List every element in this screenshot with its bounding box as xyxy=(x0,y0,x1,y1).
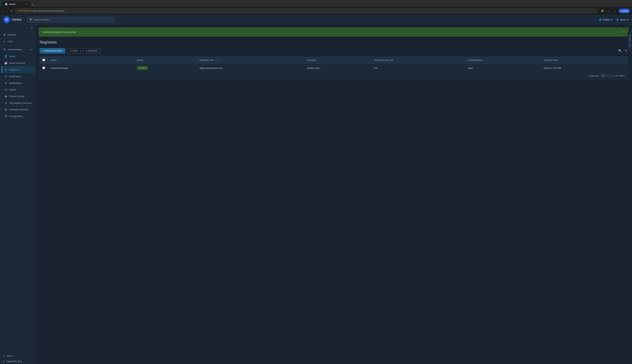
page-size-wrapper: 15 25 50 xyxy=(601,74,609,78)
refresh-button[interactable]: ↻ xyxy=(624,48,628,53)
status-badge: Healthy xyxy=(137,66,148,70)
registries-icon: ◈ xyxy=(4,68,8,71)
registries-table: Name Status Endpoint URL ▼ Provider Veri xyxy=(40,56,627,72)
sidebar-item-users[interactable]: 👤 Users xyxy=(2,53,35,60)
page-size-select[interactable]: 15 25 50 xyxy=(601,74,609,78)
update-button[interactable]: Update xyxy=(619,9,630,13)
light-mode-icon: ☀ xyxy=(3,355,5,357)
table-header: Name Status Endpoint URL ▼ Provider Veri xyxy=(40,56,627,64)
cell-name: Dockerhub-Repo xyxy=(48,64,134,72)
cell-endpoint-url: https://hub.docker.com xyxy=(197,64,304,72)
sidebar-item-interrogation-services[interactable]: ◎ Interrogation Services xyxy=(2,100,35,106)
address-bar[interactable]: ⚠ Not Secure harbor.vbc.demo/harbor/regi… xyxy=(15,8,598,14)
sidebar-collapse-button[interactable]: « xyxy=(31,27,33,30)
sidebar-label-users: Users xyxy=(9,55,15,58)
sidebar-item-harbor-api[interactable]: ⚙ Harbor API V2.0 xyxy=(0,359,35,364)
search-icon: 🔍 xyxy=(30,18,33,21)
logs-icon: ≡ xyxy=(3,40,6,43)
language-label: English xyxy=(603,18,610,21)
logo-icon: H xyxy=(4,16,10,23)
main-layout: « ⊞ Projects ≡ Logs ⚙ Administration ▾ 👤 xyxy=(0,25,632,364)
labels-icon: 🏷 xyxy=(4,88,8,91)
sidebar-item-configuration[interactable]: ⚙ Configuration xyxy=(2,113,35,120)
user-chevron-icon: ▾ xyxy=(627,18,628,21)
cell-authentication: basic xyxy=(465,64,541,72)
sidebar-label-projects: Projects xyxy=(8,34,16,36)
toolbar-left: + NEW ENDPOINT ✎ EDIT ✕ DELETE xyxy=(40,48,100,54)
page-content: Registries + NEW ENDPOINT ✎ EDIT ✕ DELET… xyxy=(35,36,632,83)
harbor-api-icon: ⚙ xyxy=(3,360,5,362)
tab-label: Harbor xyxy=(9,3,16,6)
cell-verify-cert: true xyxy=(371,64,465,72)
sidebar-label-project-quotas: Project Quotas xyxy=(9,95,24,98)
col-header-provider: Provider xyxy=(304,56,371,64)
distributions-icon: ◎ xyxy=(4,82,8,84)
content-area: EVENT LOG Updated endpoint successfully.… xyxy=(35,25,632,364)
tab-favicon: H xyxy=(5,3,8,6)
user-menu[interactable]: 👤 admin ▾ xyxy=(616,18,628,21)
lang-chevron-icon: ▾ xyxy=(611,18,612,21)
sidebar-item-logs[interactable]: ≡ Logs xyxy=(0,38,35,44)
search-bar[interactable]: 🔍 Search Harbor... xyxy=(27,17,115,22)
sidebar-submenu-admin: 👤 Users 🤖 Robot Accounts ◈ Registries ⇄ … xyxy=(0,53,35,120)
new-endpoint-button[interactable]: + NEW ENDPOINT xyxy=(40,48,65,54)
new-tab-button[interactable]: + xyxy=(30,3,35,7)
project-quotas-icon: ◉ xyxy=(4,94,8,98)
sidebar-item-replications[interactable]: ⇄ Replications xyxy=(2,73,35,80)
forward-button[interactable]: › xyxy=(6,9,8,13)
table-row: Dockerhub-Repo Healthy https://hub.docke… xyxy=(40,64,627,72)
extensions-button[interactable]: 🧩 xyxy=(599,9,605,13)
banner-message: Updated endpoint successfully. xyxy=(43,31,77,34)
light-mode-label: LIGHT xyxy=(7,355,13,357)
toolbar: + NEW ENDPOINT ✎ EDIT ✕ DELETE 🔍 ↻ xyxy=(40,48,628,54)
header-checkbox-col xyxy=(40,56,48,64)
globe-icon: 🌐 xyxy=(599,18,602,21)
sidebar-item-light-mode[interactable]: ☀ LIGHT xyxy=(0,354,35,359)
user-icon: 👤 xyxy=(616,18,619,21)
event-log-tab[interactable]: EVENT LOG xyxy=(627,32,632,50)
menu-button[interactable]: ⋮ xyxy=(612,9,618,13)
not-secure-label: ⚠ Not Secure xyxy=(18,10,30,12)
reload-button[interactable]: ↻ xyxy=(10,8,14,13)
banner-close-button[interactable]: × xyxy=(623,30,625,34)
sidebar-item-robot-accounts[interactable]: 🤖 Robot Accounts xyxy=(2,60,35,66)
sidebar-label-labels: Labels xyxy=(9,88,16,91)
tab-close-button[interactable]: ✕ xyxy=(26,3,28,6)
pagination: Page size 15 25 50 1 - 1 of 1 items xyxy=(40,72,627,80)
sidebar-collapse: « xyxy=(0,25,35,31)
endpoint-url-filter-icon[interactable]: ▼ xyxy=(215,59,217,61)
harbor-api-label: Harbor API V2.0 xyxy=(7,360,22,362)
select-all-checkbox[interactable] xyxy=(43,59,45,61)
replications-icon: ⇄ xyxy=(4,75,8,78)
active-tab[interactable]: H Harbor ✕ xyxy=(2,2,30,7)
nav-right: 🌐 English ▾ 👤 admin ▾ xyxy=(599,18,628,21)
page-info: 1 - 1 of 1 items xyxy=(611,74,625,77)
bookmark-button[interactable]: ☆ xyxy=(606,9,611,13)
edit-button[interactable]: ✎ EDIT xyxy=(67,48,81,54)
language-selector[interactable]: 🌐 English ▾ xyxy=(599,18,612,21)
configuration-icon: ⚙ xyxy=(4,114,8,118)
sidebar-item-project-quotas[interactable]: ◉ Project Quotas xyxy=(2,93,35,100)
delete-button[interactable]: ✕ DELETE xyxy=(83,48,100,54)
toolbar-right: 🔍 ↻ xyxy=(618,48,628,53)
sidebar-item-labels[interactable]: 🏷 Labels xyxy=(2,86,35,93)
back-button[interactable]: ‹ xyxy=(2,9,5,13)
search-button[interactable]: 🔍 xyxy=(618,48,623,53)
sidebar-label-garbage-collection: Garbage Collection xyxy=(9,108,29,111)
col-header-creation-time: Creation Time xyxy=(541,56,627,64)
success-banner: Updated endpoint successfully. × xyxy=(39,28,628,36)
sidebar-item-registries[interactable]: ◈ Registries xyxy=(2,66,35,73)
sidebar-item-distributions[interactable]: ◎ Distributions xyxy=(2,80,35,86)
sidebar-item-projects[interactable]: ⊞ Projects xyxy=(0,31,35,38)
admin-chevron-icon: ▾ xyxy=(31,48,32,51)
registries-table-container: Name Status Endpoint URL ▼ Provider Veri xyxy=(40,56,628,80)
top-nav: H Harbor 🔍 Search Harbor... 🌐 English ▾ … xyxy=(0,15,632,25)
header-row: Name Status Endpoint URL ▼ Provider Veri xyxy=(40,56,627,64)
sidebar-label-logs: Logs xyxy=(8,40,13,43)
cell-provider: Docker Hub xyxy=(304,64,371,72)
row-checkbox[interactable] xyxy=(43,66,45,69)
sidebar-bottom: ☀ LIGHT ⚙ Harbor API V2.0 xyxy=(0,351,35,364)
sidebar-item-administration[interactable]: ⚙ Administration ▾ xyxy=(0,46,35,53)
garbage-collection-icon: 🗑 xyxy=(4,108,8,111)
sidebar-item-garbage-collection[interactable]: 🗑 Garbage Collection xyxy=(2,106,35,113)
